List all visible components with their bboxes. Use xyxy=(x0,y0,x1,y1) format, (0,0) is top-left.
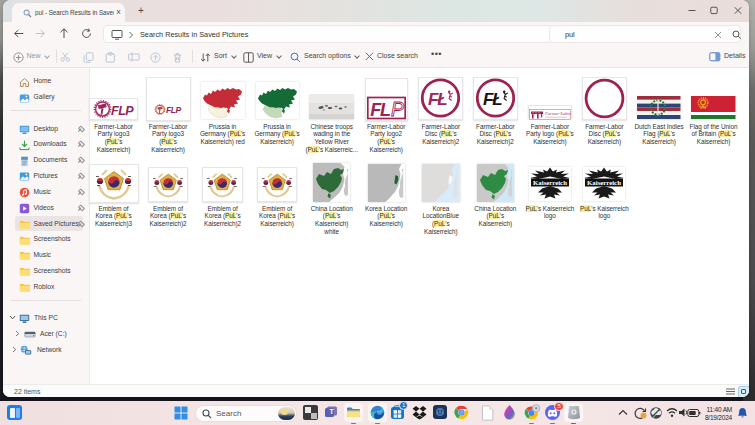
svg-text:P: P xyxy=(391,98,404,120)
svg-text:FLP: FLP xyxy=(166,105,182,115)
svg-text:FLP: FLP xyxy=(111,103,134,117)
svg-text:Farmer-Labor: Farmer-Labor xyxy=(544,111,571,116)
svg-text:FL: FL xyxy=(370,99,390,119)
svg-text:FŁ: FŁ xyxy=(428,90,447,109)
svg-text:FŁ: FŁ xyxy=(483,90,502,109)
svg-text:T: T xyxy=(330,408,335,415)
svg-text:Kaiserreich: Kaiserreich xyxy=(587,178,621,185)
svg-text:Kaiserreich: Kaiserreich xyxy=(533,178,567,185)
